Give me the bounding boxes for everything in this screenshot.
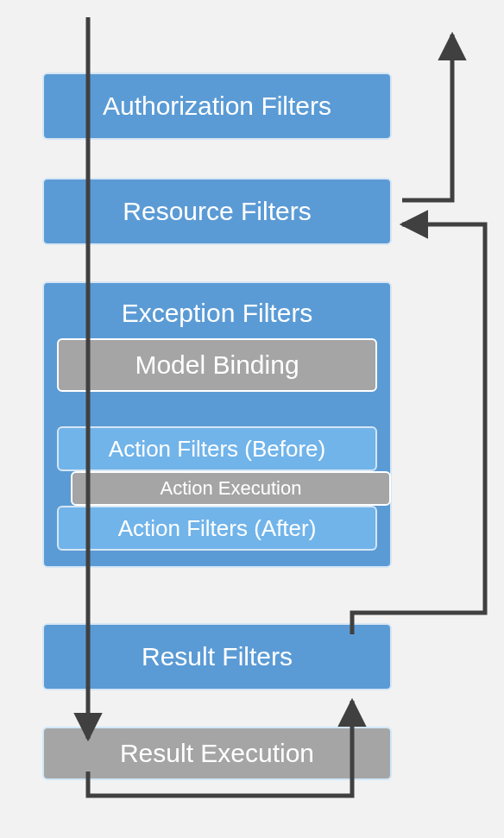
authorization-filters-box: Authorization Filters (42, 72, 392, 140)
resource-filters-box: Resource Filters (42, 178, 392, 245)
result-filters-box: Result Filters (42, 623, 392, 690)
action-filters-before-label: Action Filters (Before) (109, 436, 325, 463)
action-execution-box: Action Execution (71, 471, 391, 506)
exception-filters-label: Exception Filters (44, 299, 390, 328)
action-filters-after-label: Action Filters (After) (118, 515, 317, 542)
resource-filters-label: Resource Filters (123, 197, 311, 226)
result-execution-box: Result Execution (42, 727, 392, 780)
model-binding-label: Model Binding (135, 350, 299, 380)
authorization-filters-label: Authorization Filters (103, 91, 331, 121)
action-filters-before-box: Action Filters (Before) (57, 426, 377, 471)
result-filters-label: Result Filters (142, 642, 293, 671)
filter-pipeline-diagram: Authorization Filters Resource Filters E… (0, 0, 504, 838)
result-execution-label: Result Execution (120, 739, 314, 768)
action-filters-after-box: Action Filters (After) (57, 506, 377, 551)
model-binding-box: Model Binding (57, 338, 377, 392)
action-execution-label: Action Execution (161, 477, 302, 500)
